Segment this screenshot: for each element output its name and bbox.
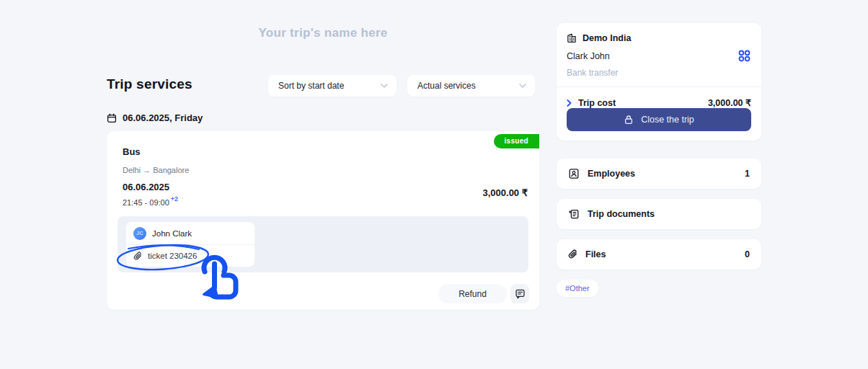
trip-cost-value: 3,000.00 ₹ — [708, 97, 751, 108]
user-name: Clark John — [567, 51, 610, 61]
service-date: 06.06.2025 — [123, 182, 169, 192]
service-time-range: 21:45 - 09:00 — [123, 198, 169, 207]
sidebar-item-trip-documents[interactable]: Trip documents — [557, 199, 761, 229]
account-name: Demo India — [583, 33, 631, 43]
trip-page: Your trip's name here Trip services Sort… — [0, 0, 868, 369]
close-trip-label: Close the trip — [641, 115, 694, 125]
trip-cost-label: Trip cost — [578, 98, 701, 108]
chat-icon — [515, 288, 526, 299]
trip-summary-card: Demo India Clark John Bank transfer Trip… — [557, 23, 761, 141]
sidebar-item-employees[interactable]: Employees 1 — [557, 159, 761, 189]
service-card: issued Bus Delhi → Bangalore 06.06.2025 … — [107, 131, 539, 310]
sort-dropdown[interactable]: Sort by start date — [268, 75, 397, 97]
passenger-panel: JC John Clark ticket 230426 — [118, 216, 528, 272]
status-badge: issued — [494, 134, 539, 148]
passenger-name: John Clark — [152, 229, 192, 238]
avatar: JC — [133, 227, 146, 240]
page-title: Trip services — [107, 76, 192, 92]
passenger-row[interactable]: JC John Clark — [126, 222, 254, 244]
other-tag[interactable]: #Other — [557, 280, 598, 297]
chevron-right-icon — [567, 99, 572, 107]
lock-icon — [624, 115, 634, 125]
employees-count: 1 — [745, 169, 750, 179]
service-time: 21:45 - 09:00+2 — [123, 196, 177, 207]
service-time-offset: +2 — [171, 195, 178, 203]
service-type: Bus — [123, 146, 141, 157]
trip-cost-row[interactable]: Trip cost 3,000.00 ₹ — [557, 87, 761, 108]
payment-method: Bank transfer — [557, 63, 761, 78]
passenger-block: JC John Clark ticket 230426 — [126, 222, 254, 267]
services-filter-value: Actual services — [417, 81, 476, 91]
calendar-icon — [107, 113, 117, 123]
close-trip-button[interactable]: Close the trip — [567, 108, 751, 131]
sidebar-item-files[interactable]: Files 0 — [557, 239, 761, 270]
ticket-attachment-row[interactable]: ticket 230426 — [126, 244, 254, 267]
trip-documents-label: Trip documents — [588, 209, 742, 219]
service-route: Delhi → Bangalore — [123, 166, 189, 174]
service-price: 3,000.00 ₹ — [483, 187, 528, 198]
date-group-header: 06.06.2025, Friday — [107, 112, 203, 123]
files-label: Files — [585, 249, 737, 259]
trip-name-placeholder[interactable]: Your trip's name here — [107, 26, 539, 40]
date-group-label: 06.06.2025, Friday — [123, 112, 203, 123]
paperclip-icon — [133, 252, 142, 261]
account-row: Demo India — [557, 23, 761, 43]
chevron-down-icon — [381, 84, 388, 88]
employees-label: Employees — [588, 169, 737, 179]
sort-dropdown-value: Sort by start date — [278, 81, 344, 91]
company-icon — [567, 33, 577, 43]
ticket-attachment-link[interactable]: ticket 230426 — [148, 252, 197, 260]
grid-dots-icon[interactable] — [738, 49, 751, 63]
comment-button[interactable] — [510, 284, 529, 303]
trip-documents-icon — [568, 208, 580, 220]
employee-badge-icon — [568, 168, 580, 179]
paperclip-icon — [568, 249, 577, 259]
files-count: 0 — [745, 249, 750, 259]
user-row: Clark John — [557, 43, 761, 63]
chevron-down-icon — [519, 84, 526, 88]
refund-button[interactable]: Refund — [438, 284, 507, 303]
services-filter-dropdown[interactable]: Actual services — [407, 75, 535, 97]
